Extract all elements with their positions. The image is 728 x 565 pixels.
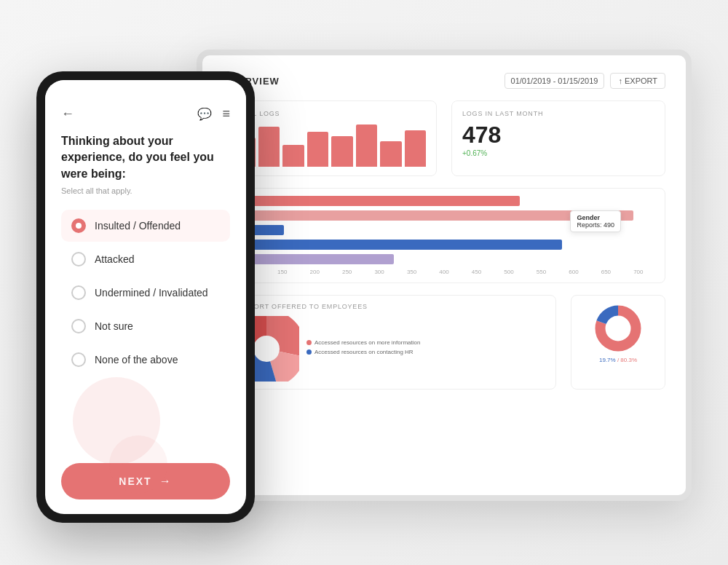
pie2-label-1: 19.7%: [599, 357, 616, 363]
phone-nav: ← 💬 ≡: [61, 100, 230, 133]
legend-label-2: Accessed resources on contacting HR: [314, 349, 414, 355]
axis-450: 450: [460, 269, 492, 275]
legend-item-1: Accessed resources on more information: [306, 339, 420, 346]
option-label-attacked: Attacked: [95, 253, 134, 265]
hbar-fill-5: [234, 254, 394, 264]
axis-200: 200: [298, 269, 331, 275]
radio-not-sure: [71, 319, 86, 333]
date-range[interactable]: 01/01/2019 - 01/15/2019: [505, 73, 605, 89]
option-label-none: None of the above: [95, 354, 178, 366]
back-button[interactable]: ←: [61, 106, 74, 122]
option-label-undermined: Undermined / Invalidated: [95, 287, 208, 299]
support-label: SUPPORT OFFERED TO EMPLOYEES: [234, 303, 545, 310]
options-list: Insulted / Offended Attacked Undermined …: [61, 210, 230, 451]
total-logs-chart: [234, 123, 426, 167]
axis-400: 400: [428, 269, 460, 275]
axis-500: 500: [493, 269, 525, 275]
nav-icons: 💬 ≡: [197, 106, 230, 122]
pie-legend: Accessed resources on more information A…: [306, 339, 420, 358]
axis-250: 250: [331, 269, 363, 275]
hbar-row-5: [234, 254, 654, 264]
pie-content: Accessed resources on more information A…: [234, 316, 545, 382]
menu-icon[interactable]: ≡: [222, 106, 230, 122]
axis-700: 700: [622, 269, 654, 275]
bar-3: [282, 145, 304, 167]
right-pie-section: 19.7% / 80.3%: [571, 295, 665, 390]
bar-5: [331, 136, 353, 167]
total-logs-card: TOTAL LOGS: [223, 100, 437, 176]
gender-tooltip: Gender Reports: 490: [570, 210, 621, 232]
radio-none: [71, 352, 86, 367]
logs-last-month-card: LOGS IN LAST MONTH 478 +0.67%: [451, 100, 665, 176]
export-button[interactable]: ↑ EXPORT: [610, 73, 665, 89]
option-insulted[interactable]: Insulted / Offended: [61, 210, 230, 242]
horizontal-bar-chart: Gender Reports: 490: [223, 188, 665, 283]
axis-150: 150: [266, 269, 298, 275]
gender-label: Gender: [577, 214, 614, 221]
right-pie-chart: [593, 303, 644, 354]
bar-2: [258, 127, 280, 167]
option-none[interactable]: None of the above: [61, 344, 230, 376]
phone-device: ← 💬 ≡ Thinking about your experience, do…: [36, 71, 255, 523]
legend-label-1: Accessed resources on more information: [314, 339, 420, 346]
option-label-not-sure: Not sure: [95, 320, 133, 332]
chat-icon[interactable]: 💬: [197, 107, 212, 121]
radio-insulted: [71, 218, 86, 233]
tablet-device: OVERVIEW 01/01/2019 - 01/15/2019 ↑ EXPOR…: [197, 50, 692, 501]
phone-status-bar: [45, 80, 246, 100]
bar-4: [307, 132, 329, 167]
metrics-row: TOTAL LOGS LOGS IN LAST MONTH: [223, 100, 665, 176]
question-text: Thinking about your experience, do you f…: [61, 133, 230, 182]
option-not-sure[interactable]: Not sure: [61, 310, 230, 342]
bar-6: [356, 125, 378, 167]
axis-600: 600: [558, 269, 590, 275]
option-attacked[interactable]: Attacked: [61, 243, 230, 275]
axis-650: 650: [590, 269, 622, 275]
radio-attacked: [71, 252, 86, 266]
axis-350: 350: [395, 269, 427, 275]
question-sub: Select all that apply.: [61, 186, 230, 195]
arrow-right-icon: →: [159, 475, 173, 488]
svg-point-6: [607, 317, 630, 340]
logs-last-month-content: 478 +0.67%: [462, 123, 654, 167]
hbar-row-1: [234, 196, 654, 206]
pie2-label-2: / 80.3%: [617, 357, 637, 363]
next-label: NEXT: [119, 475, 151, 487]
hbar-fill-4: [234, 240, 562, 250]
logs-month-chart: [511, 123, 526, 167]
dashboard-header: OVERVIEW 01/01/2019 - 01/15/2019 ↑ EXPOR…: [223, 73, 665, 89]
option-label-insulted: Insulted / Offended: [95, 220, 181, 232]
header-controls: 01/01/2019 - 01/15/2019 ↑ EXPORT: [505, 73, 665, 89]
total-logs-label: TOTAL LOGS: [234, 110, 426, 117]
logs-count: 478: [462, 123, 501, 146]
legend-item-2: Accessed resources on contacting HR: [306, 349, 420, 355]
axis-550: 550: [525, 269, 557, 275]
right-pie-content: [582, 303, 654, 354]
next-button[interactable]: NEXT →: [61, 463, 230, 499]
reports-count: Reports: 490: [577, 221, 614, 229]
phone-content: ← 💬 ≡ Thinking about your experience, do…: [45, 100, 246, 451]
phone-bottom: NEXT →: [45, 451, 246, 514]
axis-300: 300: [363, 269, 395, 275]
radio-inner-insulted: [76, 223, 82, 229]
logs-last-month-label: LOGS IN LAST MONTH: [462, 110, 654, 117]
bar-7: [380, 141, 402, 167]
bar-8: [405, 130, 427, 167]
legend-dot-1: [306, 340, 312, 345]
bottom-row: SUPPORT OFFERED TO EMPLOYEES: [223, 295, 665, 390]
option-undermined[interactable]: Undermined / Invalidated: [61, 277, 230, 309]
radio-undermined: [71, 285, 86, 300]
pie2-labels: 19.7% / 80.3%: [582, 357, 654, 363]
logs-change: +0.67%: [462, 149, 501, 157]
phone-screen: ← 💬 ≡ Thinking about your experience, do…: [45, 80, 246, 514]
hbar-axis: 100 150 200 250 300 350 400 450 500 550 …: [234, 269, 654, 275]
left-pie-section: SUPPORT OFFERED TO EMPLOYEES: [223, 295, 556, 390]
hbar-row-4: [234, 240, 654, 250]
hbar-fill-1: [234, 196, 520, 206]
legend-dot-2: [306, 349, 312, 355]
